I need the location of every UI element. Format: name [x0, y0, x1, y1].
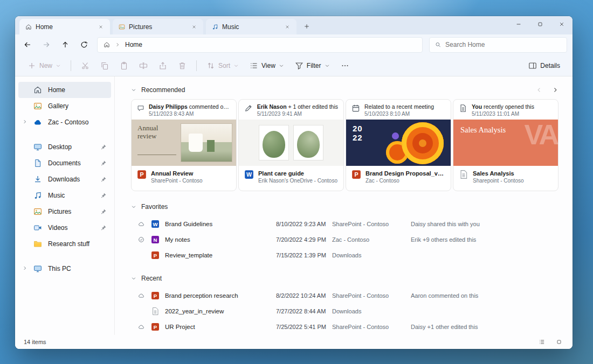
recommended-card[interactable]: You recently opened this 5/11/2023 11:01…	[453, 99, 558, 191]
powerpoint-icon	[151, 251, 160, 260]
thumbnail-graphic	[392, 132, 399, 139]
sidebar-item-this-pc[interactable]: This PC	[18, 261, 111, 277]
forward-button[interactable]	[37, 37, 55, 53]
new-button[interactable]: New	[23, 57, 66, 74]
sidebar-item-documents[interactable]: Documents	[18, 155, 111, 171]
file-date: 7/25/2022 5:41 PM	[276, 324, 332, 330]
tab-home[interactable]: Home	[19, 19, 110, 34]
thumbnail-watermark: VA	[525, 121, 557, 149]
window-controls	[508, 16, 573, 32]
thumbnail-title: Annual review	[137, 124, 176, 155]
pin-icon[interactable]	[100, 160, 107, 166]
close-button[interactable]	[551, 16, 573, 32]
pin-icon[interactable]	[100, 144, 107, 150]
recent-list: Brand perception research 8/2/2022 10:24…	[131, 288, 558, 334]
copy-button[interactable]	[95, 57, 114, 74]
back-button[interactable]	[18, 37, 36, 53]
pin-icon[interactable]	[100, 192, 107, 199]
sidebar-item-label: Desktop	[48, 143, 72, 151]
refresh-button[interactable]	[75, 37, 93, 53]
plus-icon	[304, 23, 310, 30]
plus-circle-icon	[27, 61, 36, 70]
status-bar: 14 items	[15, 335, 573, 349]
paste-button[interactable]	[115, 57, 133, 74]
file-name: Brand Guidelines	[165, 221, 276, 227]
details-button[interactable]: Details	[523, 57, 565, 74]
pictures-icon	[119, 24, 125, 30]
sidebar-item-videos[interactable]: Videos	[18, 220, 111, 236]
cloud-status-icon	[138, 324, 151, 330]
sidebar-item-home[interactable]: Home	[18, 82, 111, 98]
search-box[interactable]	[429, 37, 567, 53]
card-file-info: Annual Review SharePoint - Contoso	[132, 166, 236, 191]
file-thumbnail[interactable]: 2022	[346, 120, 451, 166]
view-button[interactable]: View	[245, 57, 289, 74]
sidebar-item-research-stuff[interactable]: Research stuff	[18, 236, 111, 252]
large-icons-toggle-button[interactable]	[552, 337, 566, 347]
file-row-my-notes[interactable]: My notes 7/20/2022 4:29 PM Zac - Contoso…	[131, 232, 558, 247]
search-input[interactable]	[445, 41, 561, 48]
rename-icon	[139, 61, 148, 70]
thumbnail-photo	[259, 125, 289, 160]
pin-icon[interactable]	[100, 176, 107, 183]
minimize-button[interactable]	[508, 16, 529, 32]
recommended-card[interactable]: Related to a recent meeting 5/10/2023 8:…	[346, 99, 451, 191]
file-thumbnail[interactable]: Sales Analysis VA	[453, 120, 558, 166]
up-button[interactable]	[56, 37, 74, 53]
sidebar-item-music[interactable]: Music	[18, 187, 111, 204]
sidebar-item-pictures[interactable]: Pictures	[18, 204, 111, 220]
breadcrumb[interactable]: Home	[97, 37, 423, 53]
maximize-button[interactable]	[529, 16, 551, 32]
file-thumbnail[interactable]	[239, 120, 343, 166]
share-button[interactable]	[154, 57, 172, 74]
tab-label: Pictures	[129, 23, 185, 31]
expand-chevron-icon[interactable]	[22, 119, 27, 124]
rename-button[interactable]	[134, 57, 153, 74]
file-row-brand-guidelines[interactable]: Brand Guidelines 8/10/2022 9:23 AM Share…	[131, 216, 558, 232]
list-view-toggle-button[interactable]	[535, 337, 549, 347]
powerpoint-icon	[137, 170, 147, 179]
recommended-card[interactable]: Daisy Philipps commented on... 5/11/2023…	[131, 99, 237, 191]
sidebar-item-label: Music	[48, 192, 65, 199]
file-row-review-template[interactable]: Review_template 7/15/2022 1:39 PM Downlo…	[131, 247, 558, 263]
tab-music[interactable]: Music	[206, 19, 296, 34]
card-activity-date: 5/11/2023 8:43 AM	[149, 111, 231, 117]
pin-icon[interactable]	[100, 208, 107, 215]
tab-close-icon[interactable]	[282, 22, 292, 32]
file-thumbnail[interactable]: Annual review	[132, 120, 236, 166]
new-tab-button[interactable]	[300, 20, 314, 33]
breadcrumb-item-home[interactable]: Home	[125, 41, 142, 48]
more-options-button[interactable]	[336, 57, 354, 74]
tab-close-icon[interactable]	[96, 22, 106, 32]
file-row-ur-project[interactable]: UR Project 7/25/2022 5:41 PM SharePoint …	[131, 319, 558, 334]
section-header-recommended[interactable]: Recommended	[131, 82, 558, 98]
cut-button[interactable]	[76, 57, 94, 74]
file-name: UR Project	[165, 324, 276, 330]
card-activity-date: 5/11/2023 9:41 AM	[257, 111, 338, 117]
section-header-recent[interactable]: Recent	[131, 270, 558, 286]
sort-button[interactable]: Sort	[202, 57, 244, 74]
section-header-favorites[interactable]: Favorites	[131, 199, 558, 215]
file-row-brand-perception-research[interactable]: Brand perception research 8/2/2022 10:24…	[131, 288, 558, 303]
tab-bar: Home Pictures Music	[15, 16, 573, 34]
pin-icon[interactable]	[100, 225, 107, 231]
tab-close-icon[interactable]	[189, 22, 199, 32]
card-activity-text: You recently opened this	[472, 103, 534, 110]
tab-pictures[interactable]: Pictures	[113, 19, 203, 34]
main-panel: Recommended Daisy Philipps commented on.…	[115, 76, 573, 335]
carousel-prev-button[interactable]	[536, 87, 542, 93]
sidebar-item-zac-contoso[interactable]: Zac - Contoso	[18, 114, 111, 130]
expand-chevron-icon[interactable]	[22, 265, 27, 271]
recommended-card[interactable]: Erik Nason + 1 other edited this 5/11/20…	[238, 99, 344, 191]
file-row-2022-year-in-review[interactable]: 2022_year_in_review 7/27/2022 8:44 AM Do…	[131, 303, 558, 319]
carousel-next-button[interactable]	[552, 87, 558, 93]
filter-button[interactable]: Filter	[290, 57, 335, 74]
delete-button[interactable]	[173, 57, 191, 74]
sidebar-item-downloads[interactable]: Downloads	[18, 171, 111, 187]
card-activity: You recently opened this 5/11/2023 11:01…	[453, 100, 558, 120]
favorites-list: Brand Guidelines 8/10/2022 9:23 AM Share…	[131, 216, 558, 263]
sidebar-item-gallery[interactable]: Gallery	[18, 98, 111, 114]
sidebar-item-desktop[interactable]: Desktop	[18, 139, 111, 155]
close-icon	[558, 21, 565, 27]
file-location: SharePoint - Contoso	[332, 221, 411, 227]
